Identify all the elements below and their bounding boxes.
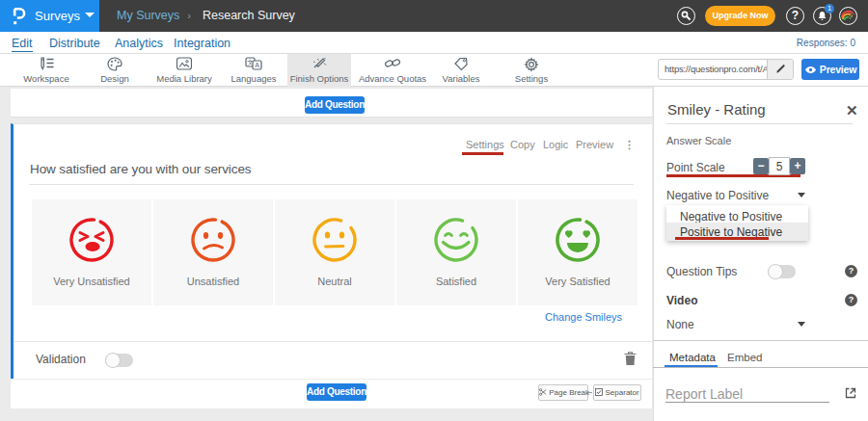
svg-text:文: 文 [247, 59, 254, 66]
svg-text:A: A [255, 62, 259, 68]
